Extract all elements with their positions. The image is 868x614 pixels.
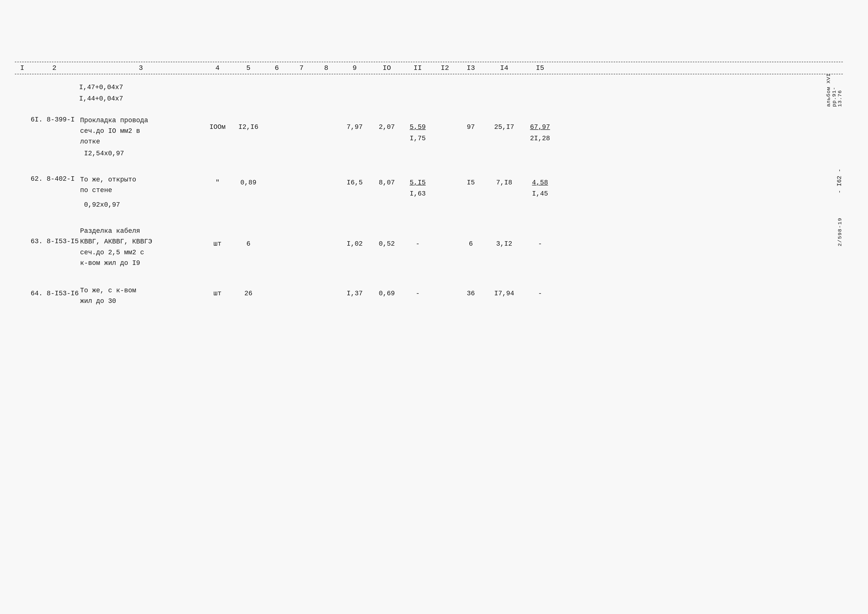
section-63-main-row: 63. 8-I53-I5 Разделка кабеля КВВГ, АКВВГ… [15,225,843,270]
row-62-code: 62. 8-402-I [30,175,79,184]
row-62-col15: 4,58 I,45 [524,175,556,199]
top-note-line2: I,44+0,04x7 [79,93,843,104]
row-63-col15: - [524,226,556,249]
col-header-6: 6 [264,64,289,72]
row-63-col14: 3,I2 [484,226,524,249]
right-annotation-1: альбом XVI рр.91-13.76 [826,72,843,107]
col-header-10: IO [371,64,403,72]
col-header-5: 5 [232,64,264,72]
row-64-col11: - [403,285,432,298]
row-61-col10: 2,07 [371,115,403,132]
row-62-col9: I6,5 [339,175,371,188]
row-61-desc: Прокладка провода сеч.до IO мм2 в лотке [79,115,203,147]
row-64-code: 64. 8-I53-I6 [30,285,79,298]
row-61-col14: 25,I7 [484,115,524,132]
col-header-12: I2 [432,64,457,72]
column-headers: I 2 3 4 5 6 7 8 9 IO II I2 I3 I4 I5 [15,62,843,74]
col-header-2: 2 [30,64,79,72]
col-header-14: I4 [484,64,524,72]
row-61-col5: I2,I6 [232,115,264,132]
row-62-formula: 0,92x0,97 [84,200,843,210]
top-note-line1: I,47+0,04x7 [79,82,843,93]
row-64-col14: I7,94 [484,285,524,298]
col-header-1: I [15,64,30,72]
row-64-desc: То же, с к-вом жил до 30 [79,285,203,307]
row-63-code: 63. 8-I53-I5 [30,226,79,247]
row-64-col13: 36 [457,285,484,298]
row-64-col10: 0,69 [371,285,403,298]
row-63-col5: 6 [232,226,264,249]
row-64-col15: - [524,285,556,298]
row-62-unit: " [203,175,232,188]
row-61-col15: 67,97 2I,28 [524,115,556,143]
top-notes-section: I,47+0,04x7 I,44+0,04x7 альбом XVI рр.91… [15,74,843,107]
section-62-main-row: 62. 8-402-I То же, открыто по стене " 0,… [15,174,843,200]
row-62-col14: 7,I8 [484,175,524,188]
row-63-col13: 6 [457,226,484,249]
col-header-3: 3 [79,64,203,72]
row-64-col9: I,37 [339,285,371,298]
row-63-col10: 0,52 [371,226,403,249]
row-63-col11: - [403,226,432,249]
row-62-desc: То же, открыто по стене [79,175,203,196]
section-62: 62. 8-402-I То же, открыто по стене " 0,… [15,166,843,218]
col-header-8: 8 [314,64,339,72]
row-63-unit: шт [203,226,232,249]
row-62-col11: 5,I5 I,63 [403,175,432,199]
col-header-13: I3 [457,64,484,72]
section-61: 6I. 8-399-I Прокладка провода сеч.до IO … [15,107,843,166]
right-note-62: - I62 - [836,169,843,194]
row-61-col11: 5,59 I,75 [403,115,432,143]
right-annotation-2: 2/598-19 [837,217,843,247]
row-64-col5: 26 [232,285,264,298]
page: I 2 3 4 5 6 7 8 9 IO II I2 I3 I4 I5 I,47… [0,0,868,614]
row-61-formula: I2,54x0,97 [84,148,843,159]
col-header-9: 9 [339,64,371,72]
col-header-11: II [403,64,432,72]
section-63: 63. 8-I53-I5 Разделка кабеля КВВГ, АКВВГ… [15,217,843,277]
row-61-col13: 97 [457,115,484,132]
row-63-desc: Разделка кабеля КВВГ, АКВВГ, КВВГЭ сеч.д… [79,226,203,268]
row-61-code: 6I. 8-399-I [30,115,79,125]
row-61-unit: IOOм [203,115,232,132]
col-header-7: 7 [289,64,314,72]
row-63-col9: I,02 [339,226,371,249]
section-64: 64. 8-I53-I6 То же, с к-вом жил до 30 шт… [15,277,843,315]
row-62-col5: 0,89 [232,175,264,188]
section-61-main-row: 6I. 8-399-I Прокладка провода сеч.до IO … [15,114,843,148]
row-64-unit: шт [203,285,232,298]
section-64-main-row: 64. 8-I53-I6 То же, с к-вом жил до 30 шт… [15,284,843,308]
row-62-col13: I5 [457,175,484,188]
row-61-col9: 7,97 [339,115,371,132]
col-header-4: 4 [203,64,232,72]
col-header-15: I5 [524,64,556,72]
row-62-col10: 8,07 [371,175,403,188]
